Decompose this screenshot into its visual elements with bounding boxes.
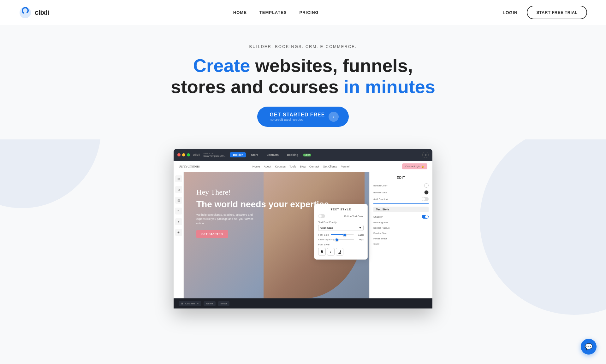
main-nav: clixli HOME TEMPLATES PRICING LOGIN STAR… — [0, 0, 606, 25]
chat-bubble[interactable]: 💬 — [581, 339, 597, 355]
inner-nav-courses[interactable]: Courses — [275, 165, 286, 168]
inner-nav-blog[interactable]: Blog — [300, 165, 306, 168]
inner-get-started[interactable]: GET STARTED — [196, 230, 228, 238]
inner-nav-tools[interactable]: Tools — [289, 165, 296, 168]
browser-mockup: clixli WEBSITE Sara Template (W... Build… — [174, 149, 432, 308]
expand-dot — [187, 153, 190, 156]
edit-panel-title: EDIT — [373, 176, 429, 179]
inner-page-nav: SaraSummers Home About Courses Tools Blo… — [174, 161, 432, 172]
font-size-track[interactable] — [331, 234, 354, 235]
bg-circle-right — [480, 126, 606, 315]
hero-title-minutes: in minutes — [344, 76, 435, 97]
new-badge: NEW — [303, 154, 311, 156]
logo[interactable]: clixli — [19, 6, 49, 19]
font-style-buttons: B I U — [318, 248, 364, 255]
border-size-label: Border Size — [373, 232, 387, 235]
inner-sub-text: We help consultants, coaches, speakers a… — [196, 213, 259, 226]
border-color-swatch[interactable] — [424, 190, 429, 195]
cta-main-text: GET STARTED FREE — [270, 112, 325, 118]
letter-spacing-track[interactable] — [336, 239, 354, 240]
browser-brand: clixli — [193, 153, 200, 157]
font-family-select[interactable]: Open Sans ▼ — [318, 225, 364, 231]
site-info: WEBSITE Sara Template (W... — [203, 152, 225, 157]
columns-control[interactable]: ⊞ Columns + — [179, 301, 201, 306]
settings-gear: ⚙ — [425, 154, 427, 156]
name-field: Name — [204, 301, 215, 306]
nav-right: LOGIN START FREE TRIAL — [503, 6, 587, 19]
btn-text-color-toggle[interactable] — [318, 214, 325, 218]
button-color-swatch[interactable] — [424, 183, 429, 188]
button-color-row: Button Color — [373, 183, 429, 188]
letter-spacing-row: Letter Spacing 0px — [318, 238, 364, 241]
field-row: Name Email — [204, 301, 229, 306]
underline-button[interactable]: U — [336, 248, 343, 255]
hero-title-rest2: stores and courses — [171, 76, 344, 97]
hover-effect-label: Hover effect — [373, 237, 387, 240]
start-trial-button[interactable]: START FREE TRIAL — [527, 6, 587, 19]
inner-nav-contact[interactable]: Contact — [309, 165, 319, 168]
bold-button[interactable]: B — [318, 248, 326, 255]
hey-there-text: Hey There! — [196, 188, 331, 197]
browser-settings-icon[interactable]: ⚙ — [422, 152, 429, 158]
shadow-toggle[interactable] — [422, 215, 429, 219]
text-style-row[interactable]: Text Style — [373, 207, 429, 212]
window-controls — [177, 153, 190, 156]
columns-label: Columns — [185, 302, 195, 305]
browser-bar: clixli WEBSITE Sara Template (W... Build… — [174, 149, 432, 161]
hero-subtitle: BUILDER. BOOKINGS. CRM. E-COMMERCE. — [6, 44, 600, 49]
padding-label: Padding Size — [373, 221, 388, 224]
inner-logo: SaraSummers — [179, 164, 200, 169]
nav-pricing[interactable]: PRICING — [300, 10, 319, 15]
tool-image[interactable]: ⊡ — [175, 197, 182, 204]
inner-hero-content: Hey There! The world needs your expertis… — [196, 188, 331, 238]
hero-title: Create websites, funnels, stores and cou… — [6, 55, 600, 97]
ts-title: TEXT STYLE — [318, 208, 364, 211]
nav-home[interactable]: HOME — [233, 10, 247, 15]
toggle-knob — [422, 197, 425, 201]
inner-hero-wrapper: ⊞ ⊙ ⊡ ≡ ✦ 👁 — [174, 172, 432, 298]
add-gradient-label: Add Gradient — [373, 198, 388, 201]
svg-point-1 — [22, 12, 24, 14]
inner-nav-get-clients[interactable]: Get Clients — [323, 165, 337, 168]
inner-course-login[interactable]: Course Login 🔒 — [402, 163, 427, 169]
logo-icon — [19, 6, 32, 19]
get-started-button[interactable]: GET STARTED FREE no credit card needed › — [257, 107, 349, 127]
select-chevron: ▼ — [359, 226, 361, 229]
tab-underline — [373, 203, 429, 204]
inner-nav-about[interactable]: About — [264, 165, 271, 168]
italic-button[interactable]: I — [327, 248, 335, 255]
font-style-label: Font Style — [318, 243, 330, 246]
add-gradient-row: Add Gradient — [373, 197, 429, 201]
cta-arrow-icon: › — [329, 112, 339, 122]
inner-nav-funnel[interactable]: Funnel — [341, 165, 349, 168]
nav-links: HOME TEMPLATES PRICING — [233, 10, 319, 15]
font-size-label: Font Size — [318, 233, 329, 236]
tab-booking[interactable]: Booking — [284, 152, 301, 157]
tool-target[interactable]: ⊙ — [175, 186, 182, 193]
tab-contacts[interactable]: Contacts — [263, 152, 282, 157]
inner-nav-links: Home About Courses Tools Blog Contact Ge… — [252, 165, 349, 168]
tool-preview[interactable]: 👁 — [175, 229, 182, 236]
login-link[interactable]: LOGIN — [503, 10, 518, 15]
edit-panel: EDIT Button Color Border color Add Gradi… — [369, 172, 432, 298]
hero-content: BUILDER. BOOKINGS. CRM. E-COMMERCE. Crea… — [0, 25, 606, 139]
tab-store[interactable]: Store — [248, 152, 261, 157]
svg-point-0 — [20, 7, 31, 18]
site-name: Sara Template (W... — [203, 155, 225, 157]
nav-templates[interactable]: TEMPLATES — [259, 10, 287, 15]
letter-spacing-thumb[interactable] — [335, 238, 338, 241]
tool-settings[interactable]: ✦ — [175, 218, 182, 225]
columns-plus[interactable]: + — [197, 302, 199, 305]
button-color-label: Button Color — [373, 184, 387, 187]
tool-layout[interactable]: ⊞ — [175, 175, 182, 182]
padding-row: Padding Size — [373, 221, 429, 224]
tab-builder[interactable]: Builder — [230, 152, 246, 157]
gradient-toggle[interactable] — [422, 197, 429, 201]
minimize-dot — [182, 153, 185, 156]
font-size-val: 11px — [356, 233, 364, 236]
font-size-thumb[interactable] — [343, 233, 346, 237]
tool-filter[interactable]: ≡ — [175, 208, 182, 214]
font-family-label-row: Text Font Family — [318, 220, 364, 224]
inner-nav-home[interactable]: Home — [252, 165, 260, 168]
browser-window: clixli WEBSITE Sara Template (W... Build… — [174, 149, 432, 308]
